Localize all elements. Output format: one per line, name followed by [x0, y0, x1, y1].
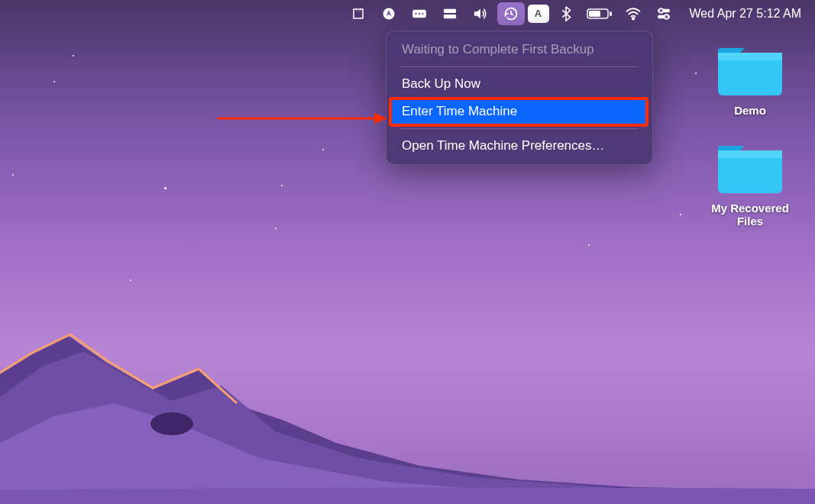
keyboard-icon[interactable]	[406, 2, 433, 25]
app-icon[interactable]	[344, 2, 372, 25]
menu-backup-now[interactable]: Back Up Now	[391, 70, 648, 98]
battery-icon[interactable]	[583, 2, 616, 25]
desktop-label: Demo	[734, 104, 766, 117]
svg-rect-22	[718, 150, 782, 158]
time-machine-menu: Waiting to Complete First Backup Back Up…	[386, 31, 653, 165]
menu-status: Waiting to Complete First Backup	[391, 36, 648, 63]
folder-icon	[716, 42, 784, 99]
desktop-folder-demo[interactable]: Demo	[700, 42, 800, 117]
svg-point-5	[418, 12, 419, 14]
disk-icon[interactable]	[436, 2, 464, 25]
folder-icon	[716, 140, 784, 197]
svg-rect-10	[589, 11, 600, 17]
volume-icon[interactable]	[467, 2, 494, 25]
svg-point-6	[422, 12, 423, 14]
svg-point-15	[658, 8, 663, 13]
text-input-label: A	[535, 8, 542, 19]
wallpaper-mountains	[0, 290, 815, 504]
desktop-folder-recovered[interactable]: My Recovered Files	[700, 140, 800, 228]
svg-marker-18	[374, 113, 387, 124]
svg-rect-1	[354, 9, 363, 18]
svg-rect-8	[443, 14, 455, 18]
menu-enter-time-machine[interactable]: Enter Time Machine	[391, 98, 648, 125]
desktop-label: My Recovered Files	[700, 202, 800, 228]
menu-separator	[400, 66, 639, 67]
svg-rect-7	[443, 8, 455, 12]
menu-separator	[400, 128, 639, 129]
svg-point-0	[150, 412, 193, 435]
wifi-icon[interactable]	[619, 2, 647, 25]
svg-point-4	[415, 12, 416, 14]
menu-open-preferences[interactable]: Open Time Machine Preferences…	[391, 132, 648, 160]
location-icon[interactable]	[375, 2, 403, 25]
menubar-datetime[interactable]: Wed Apr 27 5:12 AM	[681, 7, 807, 21]
svg-point-16	[664, 15, 668, 19]
control-center-icon[interactable]	[650, 2, 678, 25]
svg-point-12	[632, 17, 634, 19]
svg-rect-20	[718, 53, 782, 60]
svg-rect-11	[610, 11, 612, 16]
menubar: A Wed Apr 27 5:12 AM	[0, 0, 815, 27]
time-machine-icon[interactable]	[497, 2, 525, 25]
annotation-arrow	[218, 111, 390, 126]
text-input-icon[interactable]: A	[528, 5, 549, 23]
desktop-icons: Demo My Recovered Files	[700, 42, 800, 228]
bluetooth-icon[interactable]	[552, 2, 580, 25]
